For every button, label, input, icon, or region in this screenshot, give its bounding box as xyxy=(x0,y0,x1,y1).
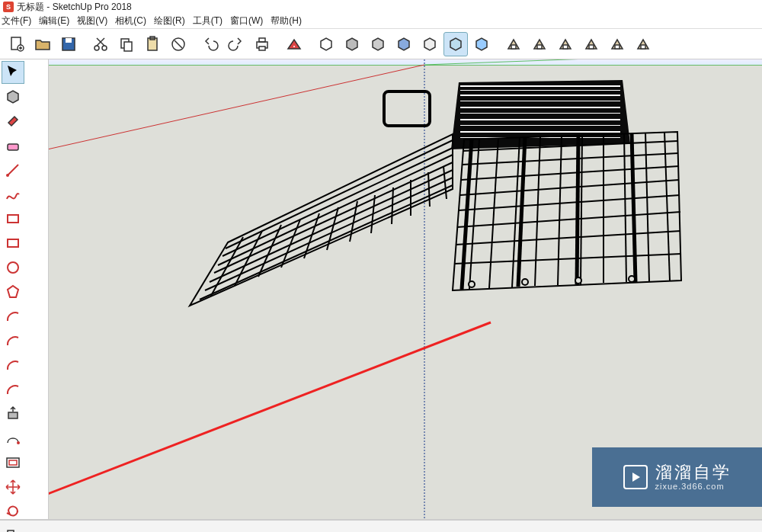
iso-view-icon xyxy=(504,35,523,53)
top-view-icon xyxy=(530,35,549,53)
scale-tool[interactable] xyxy=(2,524,24,532)
style-hidden-button[interactable] xyxy=(340,32,364,56)
svg-line-95 xyxy=(218,155,453,265)
menu-camera[interactable]: 相机(C) xyxy=(111,14,150,28)
redo-icon xyxy=(227,35,245,53)
paint-tool[interactable] xyxy=(2,110,24,133)
svg-rect-25 xyxy=(641,45,645,49)
freehand-tool[interactable] xyxy=(2,183,24,206)
select-tool[interactable] xyxy=(2,61,24,84)
style-xray-icon xyxy=(447,35,465,53)
left-view-button[interactable] xyxy=(631,32,655,56)
back-view-button[interactable] xyxy=(605,32,629,56)
svg-rect-30 xyxy=(8,239,18,247)
right-view-icon xyxy=(582,35,600,53)
svg-rect-78 xyxy=(460,131,620,133)
svg-point-123 xyxy=(469,281,475,287)
front-view-button[interactable] xyxy=(553,32,578,56)
svg-rect-74 xyxy=(460,107,620,108)
svg-point-6 xyxy=(94,46,99,50)
move-icon xyxy=(4,478,22,496)
arc-icon xyxy=(4,307,22,325)
offset-icon xyxy=(4,453,22,472)
circle-tool[interactable] xyxy=(2,256,24,279)
2pt-arc-tool[interactable] xyxy=(2,329,24,352)
3pt-arc-icon xyxy=(4,356,22,374)
svg-point-31 xyxy=(8,262,18,273)
polygon-tool[interactable] xyxy=(2,280,24,303)
follow-me-icon xyxy=(4,429,22,447)
3pt-arc-tool[interactable] xyxy=(2,354,24,377)
redo-button[interactable] xyxy=(224,32,248,56)
push-pull-icon xyxy=(4,405,22,423)
model-info-icon xyxy=(285,35,303,53)
style-backedge-button[interactable] xyxy=(469,32,494,56)
right-view-button[interactable] xyxy=(579,32,604,56)
new-file-button[interactable] xyxy=(5,32,29,56)
eraser-tool[interactable] xyxy=(2,134,24,157)
menu-view[interactable]: 视图(V) xyxy=(73,14,111,28)
arc-tool[interactable] xyxy=(2,305,24,328)
follow-me-tool[interactable] xyxy=(2,427,24,450)
menu-tools[interactable]: 工具(T) xyxy=(189,14,226,28)
left-view-icon xyxy=(634,35,652,53)
style-shaded-button[interactable] xyxy=(366,32,390,56)
open-file-button[interactable] xyxy=(30,32,55,56)
copy-button[interactable] xyxy=(114,32,139,56)
menu-help[interactable]: 帮助(H) xyxy=(267,14,306,28)
svg-rect-11 xyxy=(124,42,132,51)
rotate-icon xyxy=(4,502,22,521)
style-textured-button[interactable] xyxy=(392,32,416,56)
print-button[interactable] xyxy=(250,32,274,56)
viewport[interactable]: 溜溜自学 zixue.3d66.com xyxy=(49,59,762,519)
top-view-button[interactable] xyxy=(527,32,552,56)
svg-line-113 xyxy=(558,136,562,285)
delete-button[interactable] xyxy=(166,32,190,56)
undo-button[interactable] xyxy=(198,32,223,56)
print-icon xyxy=(253,35,271,53)
svg-rect-75 xyxy=(460,113,620,114)
rotated-rect-tool[interactable] xyxy=(2,232,24,255)
push-pull-tool[interactable] xyxy=(2,402,24,425)
menu-file[interactable]: 文件(F) xyxy=(2,14,35,28)
copy-icon xyxy=(117,35,136,53)
polygon-icon xyxy=(4,283,22,301)
iso-view-button[interactable] xyxy=(501,32,526,56)
svg-rect-22 xyxy=(563,45,568,49)
svg-line-121 xyxy=(577,135,578,284)
save-file-button[interactable] xyxy=(56,32,81,56)
svg-rect-36 xyxy=(9,460,17,465)
rect-icon xyxy=(4,210,22,228)
rotate-tool[interactable] xyxy=(2,500,24,523)
line-tool[interactable] xyxy=(2,159,24,181)
model-info-button[interactable] xyxy=(282,32,306,56)
cut-button[interactable] xyxy=(88,32,113,56)
delete-icon xyxy=(169,35,187,53)
paste-icon xyxy=(143,35,162,53)
pie-tool[interactable] xyxy=(2,378,24,401)
svg-rect-73 xyxy=(460,101,620,101)
rotated-rect-icon xyxy=(4,234,22,252)
style-xray-button[interactable] xyxy=(443,32,468,56)
paste-button[interactable] xyxy=(140,32,165,56)
window-title: 无标题 - SketchUp Pro 2018 xyxy=(17,1,132,14)
offset-tool[interactable] xyxy=(2,451,24,474)
move-tool[interactable] xyxy=(2,476,24,498)
app-icon: S xyxy=(3,2,14,12)
2pt-arc-icon xyxy=(4,332,22,350)
eraser-icon xyxy=(4,136,22,155)
style-mono-button[interactable] xyxy=(418,32,442,56)
rect-tool[interactable] xyxy=(2,207,24,230)
play-icon xyxy=(623,465,648,489)
svg-line-65 xyxy=(424,59,762,65)
style-wireframe-button[interactable] xyxy=(314,32,338,56)
line-icon xyxy=(4,161,22,179)
svg-line-107 xyxy=(456,231,680,245)
svg-line-112 xyxy=(535,136,540,286)
menu-draw[interactable]: 绘图(R) xyxy=(150,14,189,28)
component-tool[interactable] xyxy=(2,85,24,108)
menu-edit[interactable]: 编辑(E) xyxy=(35,14,73,28)
svg-rect-23 xyxy=(589,45,594,49)
paint-icon xyxy=(4,112,22,130)
menu-window[interactable]: 窗口(W) xyxy=(226,14,267,28)
